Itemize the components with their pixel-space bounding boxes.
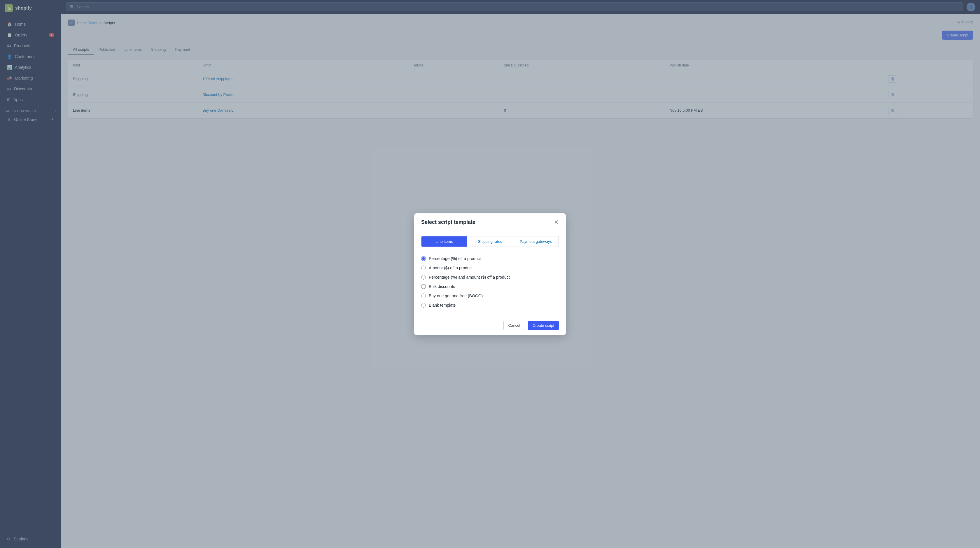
modal: Select script template ✕ Line items Ship… <box>414 213 566 335</box>
option-pct-amount-off-product[interactable]: Percentage (%) and amount ($) off a prod… <box>421 273 559 282</box>
modal-header: Select script template ✕ <box>414 213 566 230</box>
modal-overlay[interactable]: Select script template ✕ Line items Ship… <box>0 0 980 548</box>
option-bulk-discounts[interactable]: Bulk discounts <box>421 282 559 291</box>
script-tab-shipping-rates[interactable]: Shipping rates <box>467 237 513 246</box>
option-pct-off-product[interactable]: Percentage (%) off a product <box>421 254 559 263</box>
create-script-modal-button[interactable]: Create script <box>528 321 559 330</box>
radio-pct-amount-off-product[interactable] <box>421 275 426 280</box>
radio-bulk-discounts[interactable] <box>421 284 426 289</box>
option-label: Percentage (%) and amount ($) off a prod… <box>429 275 510 280</box>
modal-body: Line items Shipping rates Payment gatewa… <box>414 230 566 316</box>
option-label: Amount ($) off a product <box>429 265 473 270</box>
option-label: Buy one get one free (BOGO) <box>429 294 483 298</box>
option-amount-off-product[interactable]: Amount ($) off a product <box>421 263 559 273</box>
option-label: Bulk discounts <box>429 284 455 289</box>
option-label: Percentage (%) off a product <box>429 256 481 261</box>
script-type-tabs: Line items Shipping rates Payment gatewa… <box>421 236 559 247</box>
script-tab-payment-gateways[interactable]: Payment gateways <box>513 237 558 246</box>
template-options: Percentage (%) off a product Amount ($) … <box>421 254 559 310</box>
modal-close-button[interactable]: ✕ <box>554 219 559 225</box>
radio-pct-off-product[interactable] <box>421 256 426 261</box>
radio-amount-off-product[interactable] <box>421 265 426 270</box>
modal-title: Select script template <box>421 219 476 225</box>
radio-blank-template[interactable] <box>421 303 426 308</box>
option-bogo[interactable]: Buy one get one free (BOGO) <box>421 291 559 300</box>
cancel-button[interactable]: Cancel <box>503 321 525 330</box>
script-tab-line-items[interactable]: Line items <box>422 237 467 246</box>
modal-footer: Cancel Create script <box>414 316 566 335</box>
radio-bogo[interactable] <box>421 294 426 298</box>
option-label: Blank template <box>429 303 456 308</box>
option-blank-template[interactable]: Blank template <box>421 300 559 310</box>
